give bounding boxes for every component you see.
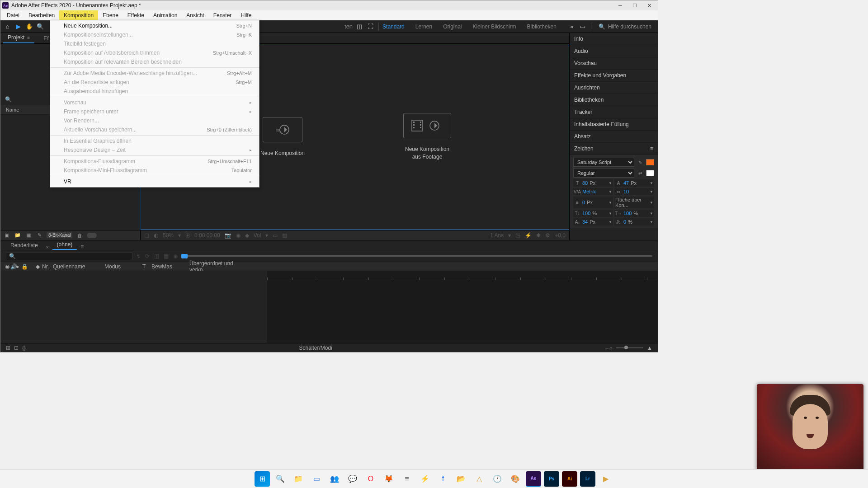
bpc-label[interactable]: 8-Bit-Kanal	[47, 232, 72, 238]
menu-komposition[interactable]: Komposition	[59, 10, 98, 20]
renderlist-tab[interactable]: Renderliste	[6, 241, 42, 250]
taskbar-messenger[interactable]: ⚡	[417, 471, 433, 487]
taskbar-notes[interactable]: ≡	[399, 471, 415, 487]
menu-datei[interactable]: Datei	[2, 10, 24, 20]
panel-audio[interactable]: Audio	[570, 45, 658, 57]
taskbar-search[interactable]: 🔍	[273, 471, 288, 487]
taskbar-facebook[interactable]: f	[435, 471, 451, 487]
tsume-field[interactable]: あ0%▼	[614, 218, 654, 225]
col-modus[interactable]: Modus	[103, 263, 139, 270]
character-panel-header[interactable]: Zeichen≡	[570, 143, 658, 155]
taskbar-whatsapp[interactable]: 💬	[345, 471, 360, 487]
hscale-field[interactable]: T↔100%▼	[614, 210, 654, 217]
lock-col-icon[interactable]: 🔒	[19, 263, 23, 270]
timeline-search-input[interactable]: 🔍	[6, 252, 132, 260]
speaker-col-icon[interactable]: 🔊	[9, 263, 12, 270]
viewer-res-icon[interactable]: ▾	[178, 232, 181, 239]
switches-modes-label[interactable]: Schalter/Modi	[299, 345, 332, 351]
toggle-modes-icon[interactable]: ⊡	[14, 345, 19, 351]
tl-tool-icon[interactable]: ↯	[136, 253, 141, 259]
snap-icon[interactable]: ◫	[355, 22, 364, 31]
swap-colors-icon[interactable]: ⇄	[637, 170, 643, 176]
expand-icon[interactable]: ⛶	[366, 22, 375, 31]
col-bewmas[interactable]: BewMas	[150, 263, 186, 270]
tl-tool-icon[interactable]: ◫	[154, 253, 159, 259]
workspace-kleiner-bildschirm[interactable]: Kleiner Bildschirm	[473, 23, 516, 30]
viewer-alpha-icon[interactable]: ◐	[154, 232, 158, 239]
new-composition-from-footage-card[interactable]: Neue Komposition aus Footage	[382, 113, 472, 161]
project-search-icon[interactable]: 🔍	[5, 96, 12, 103]
help-search[interactable]: 🔍 Hilfe durchsuchen	[595, 23, 655, 30]
kerning-field[interactable]: V/AMetrik▼	[573, 188, 613, 195]
zoom-tool-icon[interactable]: 🔍	[36, 22, 45, 31]
home-icon[interactable]: ⌂	[3, 22, 12, 31]
panel-inhaltsbasierte-füllung[interactable]: Inhaltsbasierte Füllung	[570, 118, 658, 131]
new-comp-icon[interactable]: ▦	[25, 232, 32, 239]
taskbar-illustrator[interactable]: Ai	[562, 471, 577, 487]
col-t[interactable]: T	[141, 263, 148, 270]
col-quelle[interactable]: Quellenname	[51, 263, 101, 270]
timeline-zoom-slider[interactable]: ─○▲	[605, 345, 652, 351]
font-family-select[interactable]: Saturday Script	[573, 158, 634, 167]
taskbar-opera[interactable]: O	[363, 471, 378, 487]
taskbar-clock[interactable]: 🕐	[490, 471, 505, 487]
taskbar-paint[interactable]: 🎨	[508, 471, 523, 487]
eye-col-icon[interactable]: ◉	[3, 263, 7, 270]
panel-bibliotheken[interactable]: Bibliotheken	[570, 94, 658, 106]
workspace-original[interactable]: Original	[443, 23, 462, 30]
eyedropper-icon[interactable]: ✎	[637, 159, 643, 165]
viewer-transparent-icon[interactable]: ▦	[282, 232, 287, 239]
menu-ebene[interactable]: Ebene	[98, 10, 123, 20]
delete-icon[interactable]: 🗑	[76, 232, 83, 239]
minimize-button[interactable]: ─	[617, 2, 623, 9]
tl-tool-icon[interactable]: ▦	[164, 253, 169, 259]
panel-menu-icon[interactable]: ≡	[27, 35, 30, 40]
menu-ansicht[interactable]: Ansicht	[182, 10, 208, 20]
tl-tool-icon[interactable]: ◉	[173, 253, 178, 259]
viewer-snapshot-icon[interactable]: 📷	[225, 232, 231, 239]
toggle-switches-icon[interactable]: ⊞	[6, 345, 10, 351]
menu-hilfe[interactable]: Hilfe	[236, 10, 256, 20]
panel-info[interactable]: Info	[570, 33, 658, 45]
project-tab[interactable]: Projekt≡	[3, 33, 34, 43]
panel-vorschau[interactable]: Vorschau	[570, 57, 658, 70]
viewer-gear-icon[interactable]: ⚙	[545, 232, 550, 239]
toggle-brace-icon[interactable]: {}	[22, 345, 26, 351]
workspace-overflow-icon[interactable]: »	[567, 22, 576, 31]
viewer-draft-icon[interactable]: ⚡	[525, 232, 532, 239]
timeline-tab[interactable]: (ohne)	[52, 240, 77, 250]
new-folder-icon[interactable]: 📁	[14, 232, 21, 239]
workspace-standard[interactable]: Standard	[382, 23, 405, 30]
font-style-select[interactable]: Regular	[573, 169, 634, 178]
project-toggle[interactable]	[87, 233, 97, 238]
taskbar-firefox[interactable]: 🦊	[381, 471, 396, 487]
taskbar-teams[interactable]: 👥	[327, 471, 342, 487]
menu-fenster[interactable]: Fenster	[209, 10, 236, 20]
stroke-color-swatch[interactable]	[646, 170, 654, 176]
taskbar-explorer[interactable]: 📁	[291, 471, 306, 487]
viewer-time[interactable]: 0:00:00:00	[194, 232, 220, 239]
viewer-mask-icon[interactable]: ▢	[144, 232, 149, 239]
start-button[interactable]: ⊞	[255, 471, 270, 487]
taskbar-aftereffects[interactable]: Ae	[526, 471, 541, 487]
workspace-bibliotheken[interactable]: Bibliotheken	[527, 23, 557, 30]
label-col-icon[interactable]: ◆	[34, 263, 38, 270]
hand-tool-icon[interactable]: ✋	[25, 22, 34, 31]
leading-field[interactable]: A47Px▼	[614, 179, 654, 187]
font-size-field[interactable]: T80Px▼	[573, 179, 613, 187]
viewer-color-icon[interactable]: ◆	[245, 232, 249, 239]
stroke-mode-field[interactable]: Fläche über Kon...▼	[614, 197, 654, 208]
close-button[interactable]: ✕	[646, 2, 652, 9]
tl-tool-icon[interactable]: ⟳	[145, 253, 150, 259]
panel-absatz[interactable]: Absatz	[570, 131, 658, 143]
col-nr[interactable]: Nr.	[40, 263, 49, 270]
tab-menu-icon[interactable]: ≡	[80, 244, 84, 250]
viewer-zoom[interactable]: 50%	[163, 232, 174, 239]
vscale-field[interactable]: T↕100%▼	[573, 210, 613, 217]
new-adjustment-icon[interactable]: ✎	[36, 232, 43, 239]
tab-close-icon[interactable]: ×	[46, 245, 49, 250]
panel-menu-icon[interactable]: ≡	[650, 145, 653, 152]
taskbar-taskview[interactable]: ▭	[309, 471, 324, 487]
menu-effekte[interactable]: Effekte	[123, 10, 149, 20]
viewer-channels-icon[interactable]: ◉	[236, 232, 241, 239]
